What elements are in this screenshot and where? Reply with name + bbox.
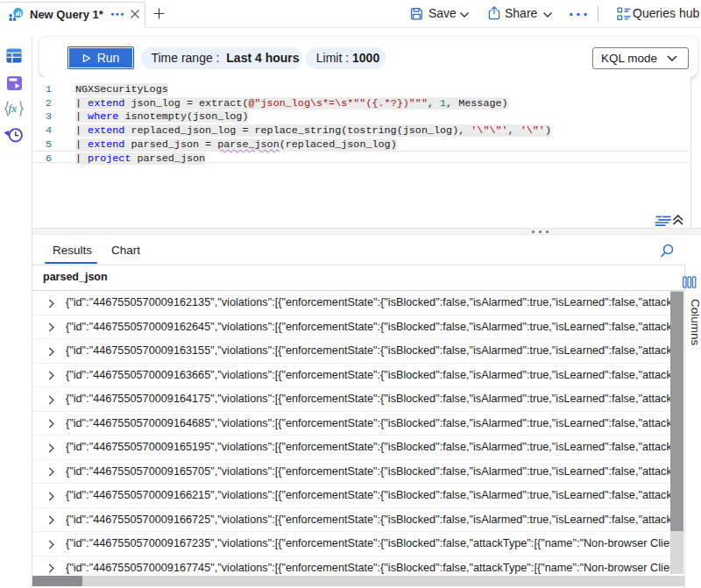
- svg-text:fx: fx: [9, 102, 18, 115]
